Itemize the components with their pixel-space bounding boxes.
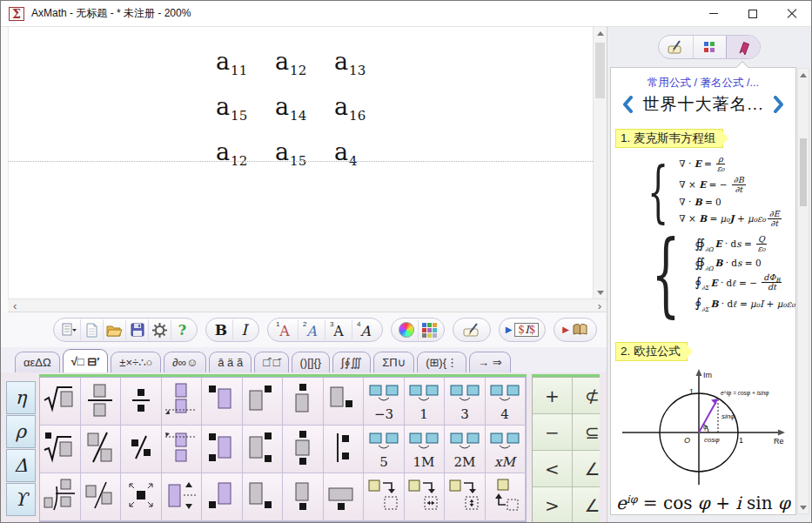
symbol-tab-10[interactable]: → ⇒	[469, 352, 511, 372]
quick-symbol-button[interactable]: +	[533, 378, 573, 414]
palette-pre-sup-button[interactable]	[202, 378, 243, 426]
palette-spacing-2M-button[interactable]: 2M	[445, 426, 486, 473]
canvas-vertical-scrollbar[interactable]	[593, 27, 607, 298]
font-style-2-button[interactable]: 2A	[298, 319, 325, 340]
symbol-tab-6[interactable]: ()[]{}	[292, 352, 331, 372]
matrix-cell[interactable]: a12	[216, 138, 275, 170]
font-style-4-button[interactable]: 4A	[352, 319, 379, 340]
maxwell-integral-block[interactable]: { ∯∂ΩE · ds = Qε₀∯∂ΩB · ds = 0∮∂ΣE · dℓ …	[637, 235, 795, 313]
palette-spacing-4-button[interactable]: 4	[486, 378, 527, 426]
palette-fit-box-button[interactable]	[121, 473, 162, 521]
scroll-down-icon[interactable]	[594, 286, 607, 298]
palette-frac-small-button[interactable]	[121, 378, 162, 426]
new-document-button[interactable]	[80, 319, 103, 340]
handwriting-input-button[interactable]	[457, 319, 487, 340]
bookmarks-tab-button[interactable]	[726, 36, 760, 58]
symbol-tab-4[interactable]: â ä ã	[209, 352, 252, 372]
next-collection-button[interactable]	[770, 95, 786, 114]
palette-inline-frac-button[interactable]	[81, 473, 122, 521]
open-button[interactable]	[103, 319, 125, 340]
color-palette-button[interactable]	[418, 319, 440, 340]
handwriting-tab-button[interactable]	[659, 36, 693, 58]
prev-collection-button[interactable]	[621, 95, 636, 114]
symbol-tab-5[interactable]: □̂ □̄	[254, 352, 288, 372]
palette-slant-frac-small-button[interactable]	[121, 426, 162, 473]
export-button[interactable]: ▶	[558, 319, 593, 340]
palette-nth-root-button[interactable]	[40, 426, 81, 473]
matrix-cell[interactable]: a11	[216, 48, 275, 79]
palette-pre-sub-button[interactable]	[202, 473, 243, 521]
matrix-cell[interactable]: a15	[275, 138, 334, 170]
matrix-cell[interactable]: a13	[334, 48, 393, 79]
section-tag-maxwell[interactable]: 1. 麦克斯韦方程组	[615, 129, 723, 148]
palette-spacing-5-button[interactable]: 5	[364, 426, 405, 473]
palette-long-div-button[interactable]	[40, 473, 81, 521]
tex-convert-button[interactable]: ▶ $I$	[503, 319, 541, 340]
main-menu-button[interactable]	[57, 319, 80, 340]
quick-symbol-button[interactable]: <	[533, 451, 573, 487]
matrix-cell[interactable]: a16	[334, 93, 393, 124]
breadcrumb[interactable]: 常用公式 / 著名公式 /...	[611, 76, 795, 91]
symbol-tab-3[interactable]: ∂∞☺	[164, 352, 206, 372]
settings-button[interactable]	[148, 319, 171, 340]
palette-under-script-button[interactable]	[283, 473, 324, 521]
palette-move-to-h-button[interactable]	[405, 473, 446, 521]
font-style-3-button[interactable]: 3A	[325, 319, 352, 340]
palette-over-script-button[interactable]	[283, 378, 324, 426]
canvas-horizontal-scrollbar[interactable]: ‹ ›	[8, 298, 607, 312]
palette-move-to-button[interactable]	[364, 473, 405, 521]
palette-move-to-v-button[interactable]	[445, 473, 486, 521]
matrix-cell[interactable]: a12	[275, 48, 334, 79]
close-button[interactable]	[772, 1, 811, 26]
palette-stack-bottom-button[interactable]	[162, 378, 203, 426]
symbol-tab-2[interactable]: ±×÷∴○	[111, 352, 161, 372]
palette-post-supsub-button[interactable]	[243, 426, 284, 473]
palette-spacing-−3-button[interactable]: −3	[364, 378, 405, 426]
recent-symbol-button[interactable]: Δ	[6, 449, 36, 482]
quick-symbol-button[interactable]: −	[533, 414, 573, 451]
palette-move-back-button[interactable]	[486, 473, 527, 521]
sidebar-scroll-thumb[interactable]	[800, 138, 807, 206]
section-tag-euler[interactable]: 2. 欧拉公式	[615, 342, 688, 361]
palette-bar-scripts-button[interactable]	[324, 426, 365, 473]
palette-spacing-1M-button[interactable]: 1M	[405, 426, 446, 473]
scroll-up-icon[interactable]	[594, 27, 607, 39]
recent-symbol-button[interactable]: η	[6, 381, 36, 414]
palette-post-sub-mid-button[interactable]	[324, 378, 365, 426]
palette-frac-button[interactable]	[81, 378, 122, 426]
palette-post-sub-button[interactable]	[243, 473, 284, 521]
palette-sqrt-button[interactable]	[40, 378, 81, 426]
canvas-vscroll-thumb[interactable]	[595, 43, 605, 98]
symbol-tab-0[interactable]: αεΔΩ	[15, 352, 60, 372]
quick-symbol-button[interactable]: ⊄	[573, 378, 600, 414]
minimize-button[interactable]	[694, 1, 733, 26]
quick-symbol-button[interactable]: ∠	[573, 487, 600, 522]
palette-spacing-xM-button[interactable]: xM	[486, 426, 527, 473]
palette-v-adjust-button[interactable]	[162, 473, 203, 521]
scroll-right-icon[interactable]: ›	[598, 299, 601, 312]
palette-stack-top-button[interactable]	[162, 426, 203, 473]
palette-pre-supsub-button[interactable]	[202, 426, 243, 473]
help-button[interactable]: ?	[171, 319, 193, 340]
equation-canvas[interactable]: a11a12a13a15a14a16a12a15a4	[8, 27, 607, 298]
symbol-tab-1[interactable]: √□ ⊟′	[63, 349, 109, 372]
sidebar-scroll-down-icon[interactable]	[798, 501, 809, 513]
quick-symbol-button[interactable]: >	[533, 487, 573, 522]
palette-post-sup-button[interactable]	[243, 378, 284, 426]
palette-slant-frac-button[interactable]	[81, 426, 122, 473]
palette-spacing-3-button[interactable]: 3	[445, 378, 486, 426]
italic-button[interactable]: I	[232, 319, 255, 340]
library-tab-button[interactable]	[693, 36, 727, 58]
symbol-tab-8[interactable]: ΣΠ∪	[373, 352, 414, 372]
symbol-tab-7[interactable]: ∫∮∭	[332, 352, 371, 372]
palette-under-wide-button[interactable]	[324, 473, 365, 521]
maxwell-differential-block[interactable]: { ∇ · E = ρε₀∇ × E = − ∂B∂t∇ · B = 0∇ × …	[637, 155, 795, 228]
maximize-button[interactable]	[733, 1, 772, 26]
save-button[interactable]	[125, 319, 148, 340]
scroll-left-icon[interactable]: ‹	[13, 299, 17, 312]
recent-symbol-button[interactable]: ϒ	[6, 483, 36, 516]
color-wheel-button[interactable]	[395, 319, 418, 340]
matrix-cell[interactable]: a15	[216, 93, 275, 124]
recent-symbol-button[interactable]: ρ	[6, 415, 36, 448]
quick-symbol-button[interactable]: ⊆	[573, 414, 600, 451]
